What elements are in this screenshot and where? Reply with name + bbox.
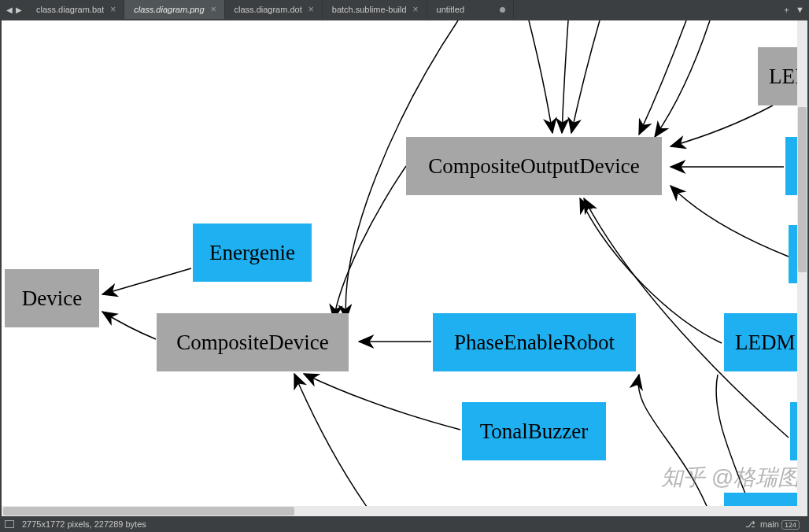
close-icon[interactable]: ×	[110, 5, 116, 14]
tab-class-diagram-dot[interactable]: class.diagram.dot ×	[225, 0, 323, 19]
horizontal-scrollbar[interactable]	[2, 506, 797, 516]
tab-label: class.diagram.bat	[36, 5, 104, 14]
tab-tools: ＋ ▼	[778, 0, 809, 19]
status-bar: 2775x1772 pixels, 227289 bytes ⎇ main 12…	[0, 516, 809, 532]
node-device: Device	[5, 269, 99, 327]
node-label: LEDM	[735, 331, 796, 355]
editor-window: ◀ ▶ class.diagram.bat × class.diagram.pn…	[0, 0, 809, 532]
node-composite-device: CompositeDevice	[157, 313, 349, 371]
dirty-indicator-icon	[500, 7, 505, 13]
tab-class-diagram-png[interactable]: class.diagram.png ×	[124, 0, 224, 19]
vertical-scrollbar[interactable]	[797, 20, 807, 516]
node-label: CompositeOutputDevice	[428, 154, 639, 179]
node-phase-enable-robot: PhaseEnableRobot	[433, 313, 636, 371]
close-icon[interactable]: ×	[308, 5, 314, 14]
tab-nav: ◀ ▶	[2, 0, 27, 19]
image-info-text: 2775x1772 pixels, 227289 bytes	[17, 519, 151, 529]
close-icon[interactable]: ×	[211, 5, 216, 14]
vertical-scroll-thumb[interactable]	[798, 107, 807, 272]
horizontal-scroll-thumb[interactable]	[3, 507, 294, 515]
tab-class-diagram-bat[interactable]: class.diagram.bat ×	[27, 0, 124, 19]
tab-label: class.diagram.dot	[235, 5, 302, 14]
branch-icon: ⎇	[745, 519, 755, 530]
new-tab-icon[interactable]: ＋	[782, 4, 791, 16]
node-label: Energenie	[209, 241, 295, 265]
diagram-edges	[2, 20, 807, 516]
tab-prev-icon[interactable]: ◀	[5, 6, 14, 14]
tab-batch-sublime-build[interactable]: batch.sublime-build ×	[323, 0, 427, 19]
node-tonal-buzzer: TonalBuzzer	[462, 402, 606, 460]
tab-bar: ◀ ▶ class.diagram.bat × class.diagram.pn…	[0, 0, 809, 19]
node-label: PhaseEnableRobot	[454, 331, 615, 355]
close-icon[interactable]: ×	[413, 5, 419, 14]
node-label: TonalBuzzer	[480, 419, 589, 444]
tab-label: batch.sublime-build	[332, 5, 407, 14]
tabs-container: class.diagram.bat × class.diagram.png × …	[27, 0, 778, 19]
branch-badge: 124	[781, 520, 800, 530]
tab-untitled[interactable]: untitled	[427, 0, 514, 19]
branch-name: main	[760, 519, 779, 529]
node-label: CompositeDevice	[176, 331, 328, 355]
panel-toggle-icon[interactable]	[5, 520, 14, 528]
node-label: Device	[22, 286, 82, 311]
tab-next-icon[interactable]: ▶	[14, 6, 24, 14]
node-energenie: Energenie	[193, 224, 312, 282]
tab-label: class.diagram.png	[134, 5, 204, 14]
git-branch[interactable]: ⎇ main 124	[741, 519, 804, 530]
node-composite-output-device: CompositeOutputDevice	[406, 137, 662, 195]
watermark-text: 知乎 @格瑞图	[661, 463, 800, 493]
diagram-canvas: Device CompositeDevice CompositeOutputDe…	[2, 20, 807, 516]
image-viewer[interactable]: Device CompositeDevice CompositeOutputDe…	[0, 19, 809, 516]
tab-label: untitled	[437, 5, 493, 14]
node-ledm-partial: LEDM	[724, 313, 809, 371]
tab-menu-icon[interactable]: ▼	[796, 5, 804, 14]
